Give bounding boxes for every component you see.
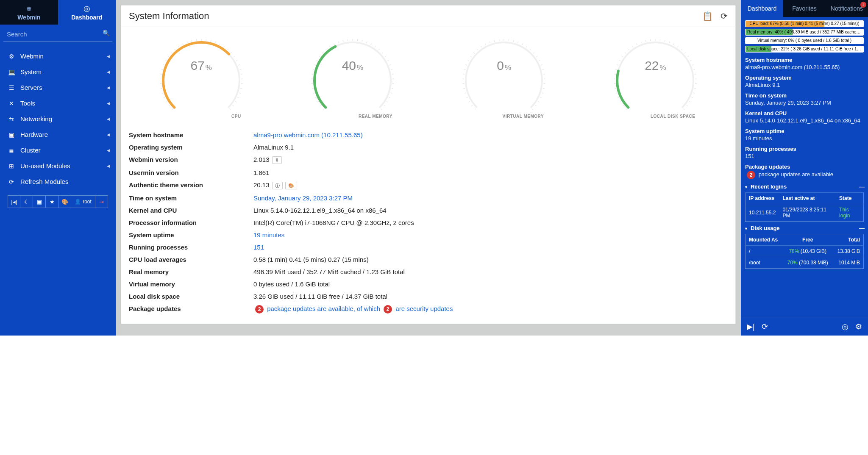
collapse-button[interactable]: |◂| xyxy=(8,195,20,208)
pkg-link1[interactable]: package updates are available, of which xyxy=(267,305,380,312)
rtab-label: Dashboard xyxy=(748,5,777,12)
nav-system[interactable]: 💻System◀ xyxy=(0,64,116,80)
gauge-value: 0% xyxy=(497,58,511,73)
logout-button[interactable]: ⇥ xyxy=(95,195,108,208)
svg-line-29 xyxy=(236,60,237,61)
value: Linux 5.14.0-162.12.1.el9_1.x86_64 on x8… xyxy=(253,207,728,214)
value: 0.58 (1 min) 0.41 (5 mins) 0.27 (15 mins… xyxy=(253,256,728,263)
nav-networking[interactable]: ⇆Networking◀ xyxy=(0,111,116,127)
reload-icon[interactable]: ⟳ xyxy=(721,11,728,21)
svg-line-74 xyxy=(391,69,392,69)
label: Operating system xyxy=(129,144,253,151)
svg-line-10 xyxy=(163,64,164,65)
nav-refresh[interactable]: ⟳Refresh Modules xyxy=(0,174,116,189)
svg-line-88 xyxy=(469,101,470,102)
tab-webmin-label: Webmin xyxy=(17,14,40,21)
tab-dashboard[interactable]: ◎ Dashboard xyxy=(58,0,116,25)
svg-line-32 xyxy=(240,74,242,75)
section-disk-usage[interactable]: ▼Disk usage— xyxy=(744,225,865,231)
search-wrap: 🔍 xyxy=(3,27,112,42)
cell-total: 1014 MiB xyxy=(832,257,863,269)
svg-line-1 xyxy=(169,105,170,106)
svg-line-38 xyxy=(235,101,236,102)
table-row[interactable]: /boot70% (700.38 MiB)1014 MiB xyxy=(746,257,864,269)
table-row[interactable]: /78% (10.43 GiB)13.38 GiB xyxy=(746,246,864,257)
info-icon[interactable]: ⓘ xyxy=(272,182,283,189)
svg-line-69 xyxy=(378,49,380,50)
row-usermin: Usermin version1.861 xyxy=(125,166,732,179)
cell-free: 78% (10.43 GiB) xyxy=(783,246,832,257)
running-link[interactable]: 151 xyxy=(253,244,264,251)
svg-line-9 xyxy=(161,69,163,69)
r-time-label: Time on system xyxy=(745,92,864,99)
svg-line-128 xyxy=(626,108,627,110)
chevron-left-icon: ◀ xyxy=(107,101,110,105)
svg-line-137 xyxy=(615,69,617,69)
nav-servers[interactable]: ☰Servers◀ xyxy=(0,80,116,95)
chevron-left-icon: ◀ xyxy=(107,70,110,74)
search-icon[interactable]: 🔍 xyxy=(103,30,110,36)
label: Virtual memory xyxy=(129,280,253,288)
svg-line-139 xyxy=(619,60,620,61)
target-icon[interactable]: ◎ xyxy=(842,322,849,331)
r-pkg-text: package updates are available xyxy=(759,171,833,178)
svg-line-145 xyxy=(641,42,641,43)
table-row[interactable]: 10.211.55.201/29/2023 3:25:11 PMThis log… xyxy=(746,204,864,222)
refresh-icon[interactable]: ⟳ xyxy=(762,322,768,331)
nightmode-button[interactable]: ☾ xyxy=(20,195,33,208)
svg-line-22 xyxy=(211,40,211,42)
time-link[interactable]: Sunday, January 29, 2023 3:27 PM xyxy=(253,194,353,202)
cell-last: 01/29/2023 3:25:11 PM xyxy=(779,204,836,222)
rtab-dashboard[interactable]: Dashboard xyxy=(741,0,783,17)
search-input[interactable] xyxy=(3,27,112,42)
pkg-link2[interactable]: are security updates xyxy=(395,305,453,312)
svg-line-122 xyxy=(542,93,544,93)
tab-dashboard-label: Dashboard xyxy=(71,14,102,21)
svg-line-102 xyxy=(485,44,486,45)
nav-hardware[interactable]: ▣Hardware◀ xyxy=(0,127,116,142)
gauge-real-memory: 40%REAL MEMORY xyxy=(310,38,395,123)
terminal-button[interactable]: ▣ xyxy=(33,195,46,208)
gauge-label: REAL MEMORY xyxy=(359,114,392,119)
nav-unused[interactable]: ⊞Un-used Modules◀ xyxy=(0,158,116,174)
svg-line-82 xyxy=(384,105,385,106)
r-running-label: Running processes xyxy=(745,146,864,152)
r-hostname-label: System hostname xyxy=(745,57,864,63)
nav-list: ⚙Webmin◀ 💻System◀ ☰Servers◀ ✕Tools◀ ⇆Net… xyxy=(0,48,116,189)
svg-line-150 xyxy=(665,40,665,42)
svg-line-56 xyxy=(322,52,323,53)
svg-line-131 xyxy=(618,97,619,98)
section-recent-logins[interactable]: ▼Recent logins— xyxy=(744,183,865,190)
nav-cluster[interactable]: ≣Cluster◀ xyxy=(0,142,116,158)
download-icon[interactable]: ⇩ xyxy=(272,156,282,164)
minus-icon[interactable]: — xyxy=(859,183,865,190)
nav-webmin[interactable]: ⚙Webmin◀ xyxy=(0,48,116,64)
label: Kernel and CPU xyxy=(129,207,253,214)
svg-line-25 xyxy=(223,46,224,47)
svg-line-113 xyxy=(533,52,534,53)
label: Running processes xyxy=(129,244,253,251)
user-button[interactable]: 👤root xyxy=(71,195,95,208)
clipboard-icon[interactable]: 📋 xyxy=(702,11,713,21)
settings-icon[interactable]: ⚙ xyxy=(855,322,862,331)
uptime-link[interactable]: 19 minutes xyxy=(253,231,284,239)
svg-line-115 xyxy=(539,60,540,61)
svg-line-0 xyxy=(172,108,173,110)
expand-icon[interactable]: ▶| xyxy=(747,322,755,331)
rtab-favorites[interactable]: Favorites xyxy=(783,0,826,17)
svg-line-43 xyxy=(323,108,325,110)
rtab-notifications[interactable]: Notifications1 xyxy=(826,0,868,17)
minus-icon[interactable]: — xyxy=(859,225,865,231)
favorite-button[interactable]: ★ xyxy=(46,195,58,208)
theme-icon[interactable]: 🎨 xyxy=(285,182,297,189)
sidebar: ⎈ Webmin ◎ Dashboard 🔍 ⚙Webmin◀ 💻System◀… xyxy=(0,0,116,336)
nav-tools[interactable]: ✕Tools◀ xyxy=(0,95,116,111)
col-total: Total xyxy=(832,234,863,246)
palette-button[interactable]: 🎨 xyxy=(58,195,71,208)
svg-line-91 xyxy=(463,88,465,89)
row-proc: Processor informationIntel(R) Core(TM) i… xyxy=(125,216,732,229)
nav-label: Cluster xyxy=(20,147,41,154)
tab-webmin[interactable]: ⎈ Webmin xyxy=(0,0,58,25)
svg-line-18 xyxy=(192,40,192,42)
hostname-link[interactable]: alma9-pro.webmin.com (10.211.55.65) xyxy=(253,131,363,139)
